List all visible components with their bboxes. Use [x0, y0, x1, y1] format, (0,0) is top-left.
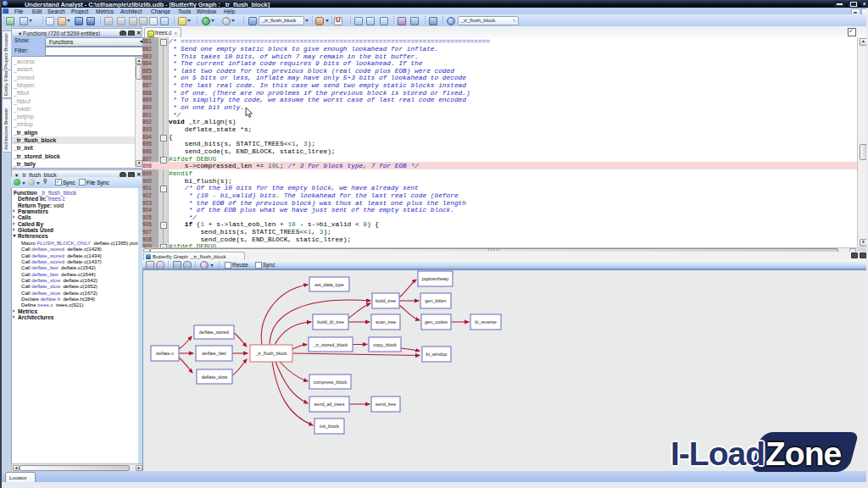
- svg-text:scan_tree: scan_tree: [376, 319, 396, 324]
- svg-text:deflate_fast: deflate_fast: [202, 351, 226, 356]
- svg-text:bi_windup: bi_windup: [426, 352, 448, 357]
- svg-text:init_block: init_block: [320, 424, 339, 429]
- svg-text:deflate.c: deflate.c: [156, 351, 174, 356]
- svg-text:_tr_flush_block: _tr_flush_block: [255, 351, 287, 356]
- svg-text:compress_block: compress_block: [314, 380, 348, 385]
- svg-text:send_all_trees: send_all_trees: [314, 402, 345, 407]
- svg-text:gen_bitlen: gen_bitlen: [425, 298, 446, 303]
- svg-text:_tr_stored_block: _tr_stored_block: [313, 342, 348, 347]
- svg-text:pqdownheap: pqdownheap: [422, 276, 449, 281]
- svg-text:set_data_type: set_data_type: [314, 282, 344, 287]
- svg-text:build_bl_tree: build_bl_tree: [317, 319, 344, 324]
- svg-text:copy_block: copy_block: [373, 342, 397, 347]
- svg-text:gen_codes: gen_codes: [425, 319, 448, 324]
- svg-text:build_tree: build_tree: [376, 298, 396, 303]
- svg-text:deflate_stored: deflate_stored: [199, 330, 229, 335]
- svg-text:send_tree: send_tree: [376, 402, 396, 407]
- svg-text:deflate_slow: deflate_slow: [202, 374, 228, 380]
- svg-text:bi_reverse: bi_reverse: [475, 319, 497, 324]
